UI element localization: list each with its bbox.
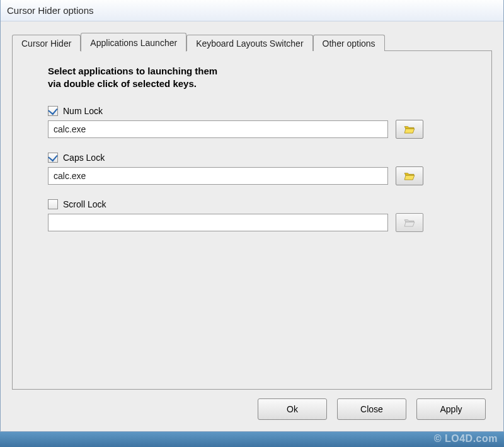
capslock-checkbox[interactable] — [48, 153, 58, 163]
capslock-label: Caps Lock — [63, 153, 105, 163]
capslock-browse-button[interactable] — [396, 166, 423, 185]
window-content: Cursor Hider Applications Launcher Keybo… — [1, 21, 503, 431]
options-window: Cursor Hider options Cursor Hider Applic… — [0, 0, 504, 432]
tab-keyboard-layouts-switcher[interactable]: Keyboard Layouts Switcher — [186, 35, 312, 51]
numlock-label: Num Lock — [63, 106, 103, 116]
close-button[interactable]: Close — [337, 398, 406, 420]
ok-button[interactable]: Ok — [258, 398, 327, 420]
window-title: Cursor Hider options — [7, 5, 94, 16]
input-row — [48, 166, 474, 185]
titlebar[interactable]: Cursor Hider options — [1, 0, 503, 21]
tab-cursor-hider[interactable]: Cursor Hider — [12, 35, 81, 51]
instruction-line: via double click of selected keys. — [48, 78, 197, 89]
tab-strip: Cursor Hider Applications Launcher Keybo… — [12, 32, 492, 50]
folder-open-icon — [404, 218, 415, 227]
tab-applications-launcher[interactable]: Applications Launcher — [81, 33, 186, 52]
numlock-checkbox[interactable] — [48, 106, 58, 116]
tab-label: Applications Launcher — [90, 38, 177, 48]
apply-button[interactable]: Apply — [416, 398, 486, 420]
checkbox-row: Num Lock — [48, 106, 474, 116]
field-scrolllock: Scroll Lock — [48, 199, 474, 232]
numlock-path-input[interactable] — [48, 120, 388, 138]
folder-open-icon — [404, 171, 415, 180]
tab-panel-applications-launcher: Select applications to launching them vi… — [12, 50, 492, 390]
capslock-path-input[interactable] — [48, 167, 388, 185]
scrolllock-checkbox[interactable] — [48, 199, 58, 209]
input-row — [48, 120, 474, 139]
checkbox-row: Caps Lock — [48, 153, 474, 163]
numlock-browse-button[interactable] — [396, 120, 423, 139]
instruction-text: Select applications to launching them vi… — [48, 65, 474, 91]
tab-label: Keyboard Layouts Switcher — [196, 38, 303, 49]
input-row — [48, 213, 474, 232]
desktop-background-strip — [0, 432, 504, 447]
checkbox-row: Scroll Lock — [48, 199, 474, 209]
folder-open-icon — [404, 125, 415, 134]
scrolllock-path-input[interactable] — [48, 214, 388, 231]
field-numlock: Num Lock — [48, 106, 474, 139]
scrolllock-browse-button[interactable] — [396, 213, 423, 232]
tab-label: Other options — [323, 38, 375, 49]
button-bar: Ok Close Apply — [12, 390, 492, 425]
instruction-line: Select applications to launching them — [48, 66, 217, 76]
scrolllock-label: Scroll Lock — [63, 199, 106, 209]
tab-label: Cursor Hider — [21, 38, 71, 49]
tab-other-options[interactable]: Other options — [313, 35, 385, 51]
field-capslock: Caps Lock — [48, 153, 474, 185]
